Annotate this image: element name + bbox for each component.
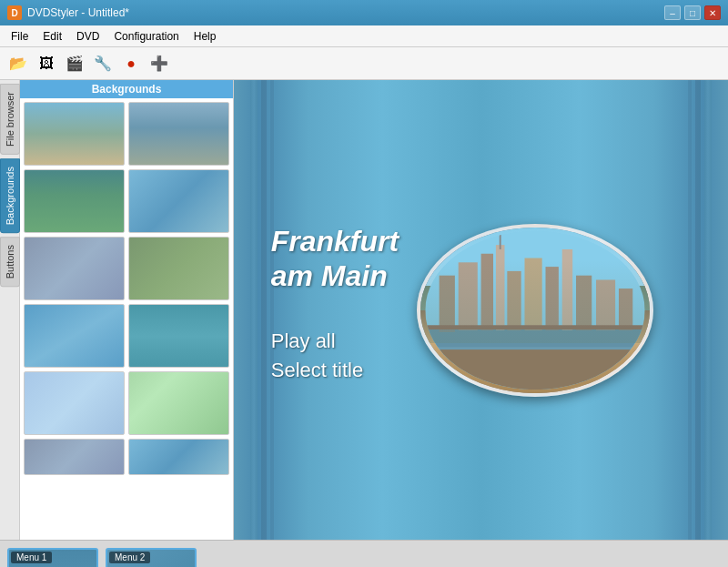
- add-button[interactable]: ➕: [147, 51, 172, 76]
- app-icon: D: [7, 5, 22, 20]
- menu-buttons-list: Play all Select title: [271, 329, 364, 382]
- thumb-lt-blue[interactable]: [24, 371, 125, 435]
- menu-bar: File Edit DVD Configuration Help: [0, 25, 728, 47]
- svg-rect-11: [546, 267, 559, 330]
- close-button[interactable]: ✕: [704, 5, 721, 20]
- title-bar: D DVDStyler - Untitled* – □ ✕: [0, 0, 728, 25]
- svg-rect-7: [481, 253, 493, 329]
- thumb-aerial[interactable]: [24, 169, 125, 233]
- svg-rect-13: [576, 275, 592, 329]
- city-photo-inner: [420, 228, 650, 393]
- browser-panel: Backgrounds: [20, 80, 234, 540]
- menu-thumb-1[interactable]: Menu 1 Frankfurtam Main: [7, 548, 98, 568]
- svg-rect-6: [459, 262, 478, 330]
- menu-edit[interactable]: Edit: [35, 28, 69, 45]
- thumbnails-grid: [24, 102, 229, 475]
- menu-title: Frankfurt am Main: [271, 224, 399, 294]
- svg-rect-17: [422, 325, 649, 329]
- menu-configuration[interactable]: Configuration: [106, 28, 186, 45]
- preview-area: Frankfurt am Main Play all Select title: [234, 80, 728, 540]
- thumb-teal-grad[interactable]: [128, 304, 229, 368]
- tab-buttons[interactable]: Buttons: [0, 237, 20, 287]
- svg-rect-14: [596, 279, 615, 330]
- minimize-button[interactable]: –: [664, 5, 681, 20]
- menu1-label: Menu 1: [11, 552, 52, 563]
- svg-rect-15: [619, 289, 632, 330]
- city-photo: [417, 224, 653, 397]
- main-area: File browser Backgrounds Buttons Backgro…: [0, 80, 728, 540]
- stripe-deco-right: [695, 80, 701, 540]
- thumb-lt-green[interactable]: [128, 371, 229, 435]
- browser-content[interactable]: [20, 98, 233, 540]
- thumb-gray-blue[interactable]: [24, 237, 125, 300]
- thumb-mountains[interactable]: [24, 102, 125, 166]
- svg-rect-12: [562, 248, 572, 329]
- thumb-partial-2[interactable]: [128, 439, 229, 475]
- thumb-green-tex[interactable]: [128, 237, 229, 300]
- settings-button[interactable]: 🔧: [90, 51, 116, 76]
- movie-button[interactable]: 🎬: [62, 51, 87, 76]
- thumb-harbor[interactable]: [128, 102, 229, 166]
- select-title-button[interactable]: Select title: [271, 359, 364, 382]
- stripe-deco-left: [261, 80, 267, 540]
- maximize-button[interactable]: □: [684, 5, 701, 20]
- tab-file-browser[interactable]: File browser: [0, 84, 20, 155]
- menu-file[interactable]: File: [4, 28, 35, 45]
- preview-content: Frankfurt am Main Play all Select title: [271, 224, 692, 397]
- preview-layout: Frankfurt am Main Play all Select title: [271, 224, 692, 397]
- svg-rect-16: [500, 231, 501, 248]
- svg-rect-18: [422, 329, 649, 347]
- open-button[interactable]: 📂: [5, 51, 31, 76]
- burn-button[interactable]: ●: [118, 51, 144, 76]
- sidebar-tabs: File browser Backgrounds Buttons: [0, 80, 20, 540]
- image-button[interactable]: 🖼: [34, 51, 59, 76]
- browser-header: Backgrounds: [20, 80, 233, 98]
- tab-backgrounds[interactable]: Backgrounds: [0, 158, 20, 233]
- menu2-label: Menu 2: [109, 552, 150, 563]
- menu-help[interactable]: Help: [187, 28, 224, 45]
- thumb-blue-soft[interactable]: [128, 169, 229, 233]
- toolbar: 📂 🖼 🎬 🔧 ● ➕: [0, 47, 728, 80]
- svg-rect-8: [496, 245, 505, 330]
- menu-thumb-2[interactable]: Menu 2: [106, 548, 197, 568]
- play-all-button[interactable]: Play all: [271, 329, 364, 353]
- menu-dvd[interactable]: DVD: [69, 28, 106, 45]
- svg-rect-5: [440, 275, 455, 331]
- svg-rect-4: [422, 349, 649, 393]
- window-controls: – □ ✕: [664, 5, 721, 20]
- thumb-blue-grad[interactable]: [24, 304, 125, 368]
- svg-rect-10: [525, 258, 542, 330]
- menus-area: Menu 1 Frankfurtam Main Menu 2 Drag here…: [0, 540, 728, 567]
- svg-rect-9: [508, 270, 521, 329]
- thumb-partial-1[interactable]: [24, 439, 125, 475]
- window-title: DVDStyler - Untitled*: [27, 6, 129, 19]
